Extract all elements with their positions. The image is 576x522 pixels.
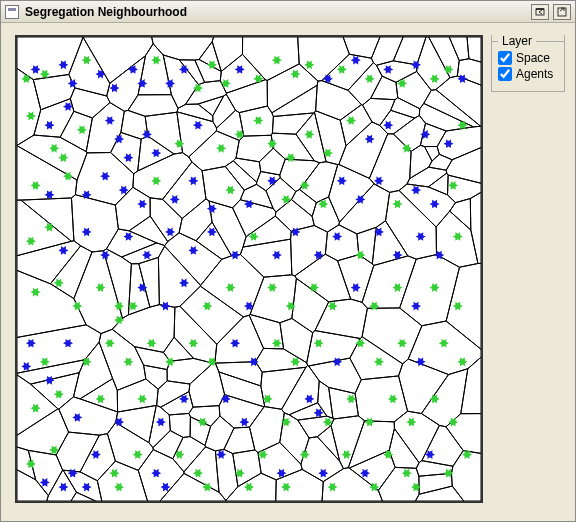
internal-frame: Segregation Neighbourhood: [0, 0, 576, 522]
layer-checkbox-space[interactable]: [498, 51, 512, 65]
agents-layer: [17, 37, 481, 501]
minimize-icon: [534, 6, 546, 18]
layer-checkbox-agents[interactable]: [498, 67, 512, 81]
layer-row-space[interactable]: Space: [498, 51, 558, 65]
layer-label: Agents: [516, 67, 553, 81]
maximize-button[interactable]: [553, 4, 571, 20]
layer-group: Layer SpaceAgents: [491, 35, 565, 92]
side-panel: Layer SpaceAgents: [483, 35, 565, 509]
simulation-canvas[interactable]: [15, 35, 483, 503]
layer-label: Space: [516, 51, 550, 65]
minimize-button[interactable]: [531, 4, 549, 20]
window-title: Segregation Neighbourhood: [25, 5, 531, 19]
title-buttons: [531, 4, 571, 20]
title-bar[interactable]: Segregation Neighbourhood: [1, 1, 575, 23]
maximize-icon: [556, 6, 568, 18]
window-icon: [5, 5, 19, 19]
client-area: Layer SpaceAgents: [1, 23, 575, 521]
layer-row-agents[interactable]: Agents: [498, 67, 558, 81]
layer-group-title: Layer: [498, 34, 536, 48]
